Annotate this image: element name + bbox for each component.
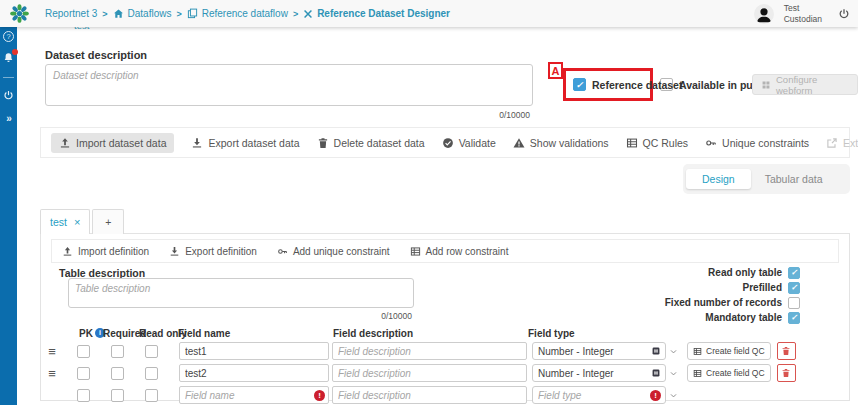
delete-field-button[interactable] xyxy=(777,364,796,382)
fixed-records-checkbox[interactable] xyxy=(788,297,800,309)
prefilled-option: Prefilled ✓ xyxy=(665,280,800,295)
close-tab-icon[interactable]: × xyxy=(74,216,80,228)
warning-triangle-icon xyxy=(513,137,525,149)
drag-handle-icon[interactable]: ≡ xyxy=(45,344,59,359)
fixed-records-option: Fixed number of records xyxy=(665,295,800,310)
dataset-description-textarea[interactable] xyxy=(45,64,533,106)
table-design-panel: Import definition Export definition Add … xyxy=(40,233,850,401)
breadcrumb-separator: > xyxy=(102,9,107,19)
field-type-dropdown[interactable]: Number - Integer xyxy=(532,364,666,382)
breadcrumb: Reportnet 3 > Dataflows > Reference data… xyxy=(45,8,450,19)
rules-list-icon xyxy=(410,246,421,257)
mandatory-table-checkbox[interactable]: ✓ xyxy=(788,312,800,324)
breadcrumb-dataflows[interactable]: Dataflows xyxy=(113,8,172,19)
pk-column-header: PKi xyxy=(79,328,105,339)
field-name-input[interactable] xyxy=(179,386,329,404)
breadcrumb-reportnet[interactable]: Reportnet 3 xyxy=(45,8,97,19)
breadcrumb-reference-dataflow[interactable]: Reference dataflow xyxy=(187,8,288,19)
notifications-bell-icon[interactable] xyxy=(3,52,14,65)
download-icon xyxy=(191,137,203,149)
design-tools-icon xyxy=(303,9,313,19)
table-options: Read only table ✓ Prefilled ✓ Fixed numb… xyxy=(665,265,800,325)
read-only-table-checkbox[interactable]: ✓ xyxy=(788,267,800,279)
pk-checkbox[interactable] xyxy=(77,367,90,380)
reference-dataset-checkbox[interactable]: ✓ xyxy=(573,78,586,91)
chevron-down-icon[interactable] xyxy=(666,369,681,378)
create-field-qc-button[interactable]: Create field QC xyxy=(687,342,771,360)
delete-field-button[interactable] xyxy=(777,342,796,360)
drag-handle-icon[interactable]: ≡ xyxy=(45,366,59,381)
key-icon xyxy=(705,137,717,149)
configure-webform-button[interactable]: Configure webform xyxy=(752,74,858,95)
upload-icon xyxy=(62,246,73,257)
add-tab-button[interactable]: + xyxy=(92,209,124,234)
field-name-input[interactable] xyxy=(179,364,329,382)
error-icon: ! xyxy=(650,390,661,401)
table-toolbar: Import definition Export definition Add … xyxy=(51,239,839,263)
create-field-qc-button[interactable]: Create field QC xyxy=(687,364,771,382)
field-row-new: ! Field type ! xyxy=(41,384,849,405)
sidebar-divider xyxy=(3,77,14,78)
add-row-constraint-button[interactable]: Add row constraint xyxy=(410,246,509,257)
external-integrations-button[interactable]: External integrations xyxy=(826,137,858,149)
top-header: Reportnet 3 > Dataflows > Reference data… xyxy=(0,0,858,27)
webform-grid-icon xyxy=(761,80,771,90)
clone-icon xyxy=(187,8,198,19)
validate-button[interactable]: Validate xyxy=(442,137,496,149)
field-description-column-header: Field description xyxy=(333,328,413,339)
table-description-textarea[interactable] xyxy=(68,278,414,308)
upload-icon xyxy=(59,137,71,149)
add-unique-constraint-button[interactable]: Add unique constraint xyxy=(277,246,390,257)
logout-power-icon[interactable] xyxy=(838,8,850,20)
breadcrumb-dataset-designer[interactable]: Reference Dataset Designer xyxy=(303,8,450,19)
rules-list-icon xyxy=(693,369,702,378)
read-only-table-option: Read only table ✓ xyxy=(665,265,800,280)
unique-constraints-button[interactable]: Unique constraints xyxy=(705,137,809,149)
number-type-icon xyxy=(651,368,661,378)
error-icon: ! xyxy=(314,390,325,401)
import-definition-button[interactable]: Import definition xyxy=(62,246,149,257)
export-dataset-data-button[interactable]: Export dataset data xyxy=(191,137,299,149)
qc-rules-button[interactable]: QC Rules xyxy=(626,137,689,149)
annotation-label-a: A xyxy=(548,62,563,79)
chevron-down-icon[interactable] xyxy=(666,391,681,400)
field-description-input[interactable] xyxy=(332,364,527,382)
tab-design[interactable]: Design xyxy=(686,169,751,189)
required-checkbox[interactable] xyxy=(111,367,124,380)
field-type-dropdown[interactable]: Field type ! xyxy=(532,386,666,404)
table-description-counter: 0/10000 xyxy=(68,311,412,321)
field-row-test2: ≡ Number - Integer Create field QC xyxy=(41,362,849,384)
export-definition-button[interactable]: Export definition xyxy=(169,246,257,257)
show-validations-button[interactable]: Show validations xyxy=(513,137,609,149)
reference-dataset-label: Reference dataset xyxy=(592,79,682,91)
sidebar-expand-icon[interactable]: » xyxy=(6,113,11,124)
import-dataset-data-button[interactable]: Import dataset data xyxy=(51,133,174,153)
pk-checkbox[interactable] xyxy=(77,389,90,402)
sidebar-logout-icon[interactable] xyxy=(3,90,14,103)
breadcrumb-separator: > xyxy=(176,9,181,19)
read-only-checkbox[interactable] xyxy=(145,345,158,358)
home-icon xyxy=(113,8,124,19)
field-name-input[interactable] xyxy=(179,342,329,360)
table-tabs: test × + xyxy=(40,209,124,234)
field-description-input[interactable] xyxy=(332,342,527,360)
dataset-description-heading: Dataset description xyxy=(45,49,147,61)
prefilled-checkbox[interactable]: ✓ xyxy=(788,282,800,294)
field-row-test1: ≡ Number - Integer Create field QC xyxy=(41,340,849,362)
external-integrations-icon xyxy=(826,137,838,149)
pk-checkbox[interactable] xyxy=(77,345,90,358)
tab-tabular-data[interactable]: Tabular data xyxy=(751,169,837,189)
field-description-input[interactable] xyxy=(332,386,527,404)
tab-test[interactable]: test × xyxy=(40,209,90,234)
required-checkbox[interactable] xyxy=(111,345,124,358)
mandatory-table-option: Mandatory table ✓ xyxy=(665,310,800,325)
chevron-down-icon[interactable] xyxy=(666,347,681,356)
reportnet-logo-icon[interactable] xyxy=(8,2,31,25)
required-checkbox[interactable] xyxy=(111,389,124,402)
read-only-checkbox[interactable] xyxy=(145,389,158,402)
rules-list-icon xyxy=(693,347,702,356)
help-icon[interactable]: ? xyxy=(3,31,14,42)
read-only-checkbox[interactable] xyxy=(145,367,158,380)
delete-dataset-data-button[interactable]: Delete dataset data xyxy=(317,137,425,149)
field-type-dropdown[interactable]: Number - Integer xyxy=(532,342,666,360)
